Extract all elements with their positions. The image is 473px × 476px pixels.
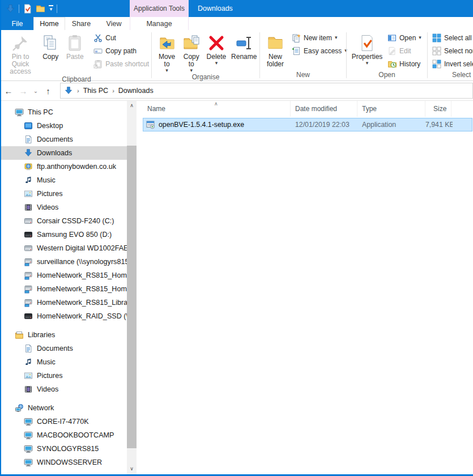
- hdd-dark-icon: [24, 312, 33, 321]
- tab-home[interactable]: Home: [33, 17, 65, 30]
- column-header-name[interactable]: Name: [137, 101, 290, 117]
- sidebar-item-this-pc[interactable]: This PC: [1, 105, 127, 119]
- forward-button[interactable]: [16, 86, 31, 96]
- sidebar-item-homenetwork-library[interactable]: HomeNetwork_RS815_Library (\: [1, 296, 127, 309]
- select-all-button[interactable]: Select all: [431, 31, 473, 44]
- sidebar-item-lib-videos[interactable]: Videos: [1, 382, 127, 396]
- sidebar-item-windowsserver[interactable]: WINDOWSSERVER: [1, 456, 127, 469]
- properties-qat-icon[interactable]: [23, 4, 32, 14]
- qat-separator: [57, 5, 57, 13]
- cut-icon: [93, 33, 103, 42]
- sidebar-item-desktop[interactable]: Desktop: [1, 119, 127, 133]
- network-pc-icon: [24, 417, 33, 426]
- column-header-size[interactable]: Size: [425, 101, 451, 117]
- column-header-date-modified[interactable]: Date modified: [290, 101, 357, 117]
- sidebar-item-homenetwork-homesto[interactable]: HomeNetwork_RS815_HomeSto: [1, 282, 127, 296]
- sidebar-scrollbar[interactable]: [127, 101, 137, 474]
- file-name: openBVE-1.5.4.1-setup.exe: [159, 121, 244, 129]
- sidebar-item-drive-c[interactable]: Corsair CSSD-F240 (C:): [1, 214, 127, 228]
- tab-manage[interactable]: Manage: [130, 17, 189, 30]
- breadcrumb-chevron-icon: [77, 87, 79, 94]
- new-folder-qat-icon[interactable]: [36, 4, 45, 14]
- up-button[interactable]: [41, 86, 56, 96]
- select-none-button[interactable]: Select none: [431, 44, 473, 57]
- new-folder-button[interactable]: New folder: [263, 31, 288, 68]
- open-button[interactable]: Open: [386, 31, 423, 44]
- paste-shortcut-icon: [93, 60, 103, 69]
- sidebar-item-drive-d[interactable]: Samsung EVO 850 (D:): [1, 228, 127, 241]
- document-icon: [24, 344, 33, 353]
- sidebar-item-lib-music[interactable]: Music: [1, 355, 127, 369]
- sidebar-item-lib-documents[interactable]: Documents: [1, 342, 127, 355]
- invert-selection-icon: [432, 60, 441, 69]
- picture-icon: [24, 371, 33, 380]
- sidebar-item-synologyrs815[interactable]: SYNOLOGYRS815: [1, 442, 127, 456]
- pin-icon: [11, 34, 29, 52]
- paste-icon: [66, 34, 84, 52]
- scroll-down-icon[interactable]: [127, 464, 137, 473]
- properties-button[interactable]: Properties: [350, 31, 385, 66]
- tab-view[interactable]: View: [97, 17, 130, 30]
- tab-file[interactable]: File: [1, 17, 33, 30]
- edit-button[interactable]: Edit: [386, 44, 423, 57]
- sidebar-item-surveillance[interactable]: surveillance (\\synologyrs815.ho: [1, 255, 127, 269]
- ribbon-group-open: Properties Open Edit History: [347, 30, 427, 80]
- history-button[interactable]: History: [386, 57, 423, 70]
- rename-button[interactable]: Rename: [229, 31, 259, 61]
- pin-to-quick-access-button[interactable]: Pin to Quick access: [2, 31, 39, 75]
- paste-shortcut-button[interactable]: Paste shortcut: [92, 57, 151, 70]
- sidebar-item-documents[interactable]: Documents: [1, 133, 127, 146]
- easy-access-button[interactable]: Easy access: [290, 44, 349, 57]
- move-to-button[interactable]: Move to: [155, 31, 179, 73]
- title-bar[interactable]: Application Tools Downloads: [1, 0, 473, 17]
- copy-to-button[interactable]: Copy to: [179, 31, 203, 73]
- computer-icon: [15, 108, 24, 117]
- breadcrumb-this-pc[interactable]: This PC: [83, 87, 108, 95]
- desktop-icon: [24, 121, 33, 130]
- sidebar-item-downloads[interactable]: Downloads: [1, 146, 127, 160]
- cut-button[interactable]: Cut: [92, 31, 151, 44]
- hdd-icon: [24, 244, 33, 253]
- sidebar-item-videos[interactable]: Videos: [1, 201, 127, 214]
- sidebar-item-drive-e[interactable]: Western Digital WD1002FAEX (E:: [1, 241, 127, 255]
- hdd-icon: [24, 216, 33, 226]
- move-to-icon: [158, 34, 176, 52]
- customize-qat-caret-icon[interactable]: [49, 5, 53, 12]
- window-title: Downloads: [198, 0, 233, 17]
- breadcrumb-downloads[interactable]: Downloads: [118, 87, 154, 95]
- file-list-pane: Name Date modified Type Size openBVE-1.5…: [137, 101, 473, 474]
- column-header-filler: [451, 101, 473, 117]
- ribbon-separator: [259, 32, 260, 78]
- back-button[interactable]: [1, 86, 16, 96]
- sidebar-item-network[interactable]: Network: [1, 401, 127, 415]
- scroll-up-icon[interactable]: [127, 101, 137, 110]
- sidebar-item-lib-pictures[interactable]: Pictures: [1, 369, 127, 382]
- scrollbar-thumb[interactable]: [127, 146, 137, 448]
- column-header-type[interactable]: Type: [357, 101, 425, 117]
- sidebar-item-homenetwork-homeme[interactable]: HomeNetwork_RS815_HomeMe: [1, 269, 127, 282]
- invert-selection-button[interactable]: Invert selection: [431, 57, 473, 70]
- network-pc-icon: [24, 444, 33, 453]
- recent-locations-caret-icon[interactable]: [31, 88, 41, 94]
- file-row-selected[interactable]: openBVE-1.5.4.1-setup.exe 12/01/2019 22:…: [143, 118, 472, 131]
- copy-path-button[interactable]: Copy path: [92, 44, 151, 57]
- new-item-button[interactable]: New item: [290, 31, 349, 44]
- sidebar-item-core-i7[interactable]: CORE-I7-4770K: [1, 415, 127, 428]
- tab-share[interactable]: Share: [65, 17, 97, 30]
- contextual-tab-header: Application Tools: [130, 0, 189, 17]
- address-box[interactable]: This PC Downloads: [60, 83, 473, 99]
- installer-icon: [146, 120, 155, 129]
- sort-ascending-icon: [214, 101, 218, 107]
- sidebar-item-homenetwork-raid[interactable]: HomeNetwork_RAID_SSD (\\win: [1, 309, 127, 323]
- dropdown-caret-icon: [335, 35, 338, 40]
- sidebar-item-pictures[interactable]: Pictures: [1, 187, 127, 201]
- sidebar-item-ftp[interactable]: ftp.anthonybowden.co.uk: [1, 160, 127, 173]
- ribbon-tab-bar: File Home Share View Manage: [1, 17, 473, 30]
- copy-button[interactable]: Copy: [39, 31, 62, 61]
- sidebar-item-macbookbootcamp[interactable]: MACBOOKBOOTCAMP: [1, 428, 127, 442]
- delete-button[interactable]: Delete: [203, 31, 229, 66]
- hdd-dark-icon: [24, 230, 33, 239]
- sidebar-item-libraries[interactable]: Libraries: [1, 328, 127, 342]
- sidebar-item-music[interactable]: Music: [1, 173, 127, 187]
- paste-button[interactable]: Paste: [62, 31, 87, 61]
